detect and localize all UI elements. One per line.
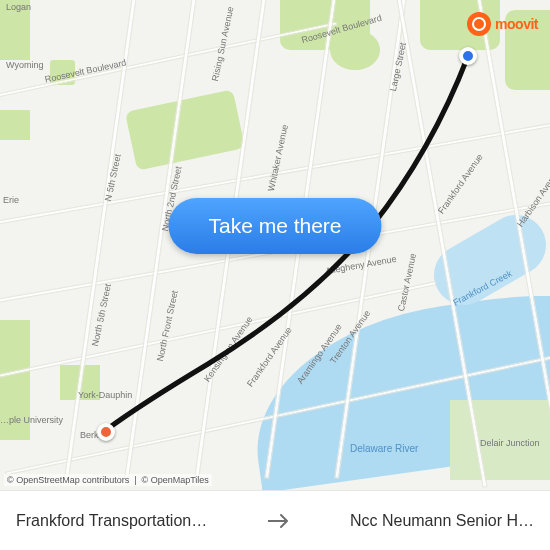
marker-destination[interactable] bbox=[97, 423, 115, 441]
map-label-frankford-upper: Frankford Avenue bbox=[436, 152, 485, 216]
map-label-nfront: North Front Street bbox=[155, 290, 180, 363]
moovit-mark-icon bbox=[467, 12, 491, 36]
marker-origin[interactable] bbox=[459, 47, 477, 65]
map-label-n5th-upper: N 5th Street bbox=[103, 153, 123, 202]
map-attribution: © OpenStreetMap contributors | © OpenMap… bbox=[4, 474, 212, 486]
moovit-logo[interactable]: moovit bbox=[467, 12, 538, 36]
map-label-temple-university: …ple University bbox=[0, 415, 63, 425]
map-label-large: Large Street bbox=[388, 42, 408, 93]
arrow-right-icon bbox=[266, 513, 292, 529]
map-label-allegheny: Allegheny Avenue bbox=[325, 254, 398, 276]
map-label-wyoming: Wyoming bbox=[6, 60, 43, 70]
park-block bbox=[330, 30, 380, 70]
map-label-logan: Logan bbox=[6, 2, 31, 12]
route-footer: Frankford Transportation… Ncc Neumann Se… bbox=[0, 490, 550, 550]
map-label-york-dauphin: York-Dauphin bbox=[78, 390, 132, 400]
take-me-there-button[interactable]: Take me there bbox=[168, 198, 381, 254]
attribution-osm[interactable]: © OpenStreetMap contributors bbox=[7, 475, 129, 485]
map-label-whitaker: Whitaker Avenue bbox=[266, 124, 290, 192]
route-origin-title: Frankford Transportation… bbox=[16, 512, 207, 530]
map-label-castor: Castor Avenue bbox=[396, 252, 418, 312]
map-label-erie: Erie bbox=[3, 195, 19, 205]
attribution-tiles[interactable]: © OpenMapTiles bbox=[142, 475, 209, 485]
park-block bbox=[125, 89, 245, 171]
map-label-delaware-river: Delaware River bbox=[350, 443, 418, 454]
map-label-delair-junction: Delair Junction bbox=[480, 438, 540, 448]
map-viewport[interactable]: Logan Wyoming Roosevelt Boulevard Roosev… bbox=[0, 0, 550, 490]
moovit-wordmark: moovit bbox=[495, 16, 538, 32]
park-block bbox=[0, 110, 30, 140]
route-destination-title: Ncc Neumann Senior H… bbox=[350, 512, 534, 530]
